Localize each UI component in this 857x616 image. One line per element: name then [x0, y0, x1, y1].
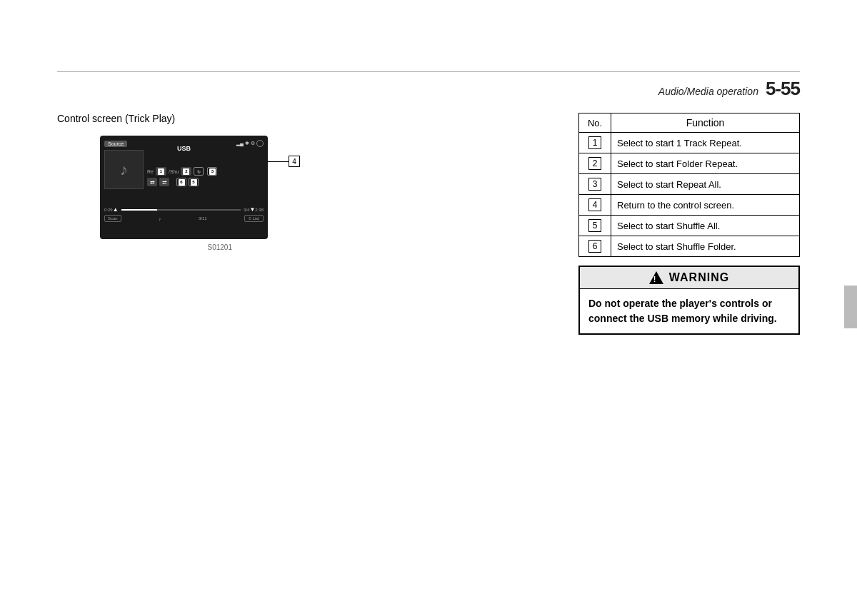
table-cell-no: 3 [579, 174, 611, 195]
callout-line [267, 161, 289, 162]
repeat-label: Re [147, 169, 154, 174]
scrollbar-thumb[interactable] [844, 286, 857, 328]
screen-wrapper: Source USB ▂▄ ✱ ⚙ ♪ [100, 136, 268, 251]
settings-icon: ⚙ [251, 141, 255, 146]
table-row: 5Select to start Shuffle All. [579, 216, 800, 236]
col-header-no: No. [579, 113, 611, 133]
warning-box: WARNING Do not operate the player's cont… [578, 266, 800, 335]
progress-fill [121, 209, 157, 211]
shuffle-icon-2[interactable]: ⇌ [159, 178, 169, 186]
music-note-icon: ♪ [120, 161, 128, 179]
album-art: ♪ [104, 150, 144, 189]
circle-icon [256, 140, 264, 147]
table-cell-desc: Select to start Shuffle All. [611, 216, 800, 236]
usb-screen: Source USB ▂▄ ✱ ⚙ ♪ [100, 136, 268, 239]
table-cell-desc: Select to start Shuffle Folder. [611, 236, 800, 257]
badge-6: 6 [179, 179, 185, 186]
shuffle-5-btn[interactable]: 5 [189, 178, 199, 186]
screen-middle: ♪ Re 1 /Shu 2 [104, 150, 264, 203]
table-cell-no: 2 [579, 153, 611, 174]
table-row: 4Return to the control screen. [579, 195, 800, 216]
table-cell-no: 5 [579, 216, 611, 236]
page-header: Audio/Media operation 5-55 [57, 78, 800, 100]
page-number: 5-55 [766, 78, 800, 100]
callout-4: 4 [267, 156, 300, 167]
table-cell-no: 1 [579, 133, 611, 153]
time-remaining: 2:38 [255, 208, 264, 212]
table-cell-desc: Return to the control screen. [611, 195, 800, 216]
repeat-folder-btn[interactable]: 2 [181, 167, 191, 176]
table-row: 6Select to start Shuffle Folder. [579, 236, 800, 257]
badge-2: 2 [183, 168, 189, 175]
screen-bottom-bar: 0:29 ▲ 3/4 ▼ 2:38 [104, 206, 264, 213]
play-next-icon[interactable]: ▼ [249, 206, 255, 213]
time-elapsed: 0:29 [104, 208, 113, 212]
main-content: Control screen (Trick Play) Source USB ▂… [57, 113, 800, 335]
list-button[interactable]: ≡ List [244, 215, 264, 222]
section-title: Audio/Media operation [658, 86, 758, 97]
repeat-all-btn[interactable]: ↻ [194, 167, 204, 176]
progress-bar [121, 209, 241, 211]
controls-area: Re 1 /Shu 2 ↻ 3 [147, 150, 264, 203]
repeat-all-icon: ↻ [197, 169, 201, 174]
badge-3: 3 [209, 168, 216, 175]
number-box: 3 [588, 178, 601, 191]
music-note-small-icon: ♪ [159, 216, 161, 221]
table-row: 1Select to start 1 Track Repeat. [579, 133, 800, 153]
number-box: 6 [588, 240, 601, 253]
shuffle-row: ⇄ ⇌ 6 5 [147, 178, 264, 186]
track-number: 3/11 [199, 216, 207, 221]
number-box: 1 [588, 136, 601, 149]
badge-1: 1 [158, 168, 164, 175]
source-button[interactable]: Source [104, 141, 127, 147]
right-section: No. Function 1Select to start 1 Track Re… [578, 113, 800, 335]
screen-top-bar: Source USB ▂▄ ✱ ⚙ [104, 140, 264, 147]
usb-screen-inner: Source USB ▂▄ ✱ ⚙ ♪ [104, 140, 264, 235]
top-rule [57, 71, 800, 72]
signal-icon: ▂▄ [236, 141, 244, 146]
track-display: 3/4 [244, 208, 249, 212]
table-cell-desc: Select to start 1 Track Repeat. [611, 133, 800, 153]
scan-row: Scan ♪ 3/11 ≡ List [104, 215, 264, 222]
table-cell-no: 4 [579, 195, 611, 216]
repeat-3-btn[interactable]: 3 [207, 167, 217, 176]
number-box: 4 [588, 198, 601, 211]
list-label: List [253, 216, 259, 221]
badge-5: 5 [191, 179, 197, 186]
function-table: No. Function 1Select to start 1 Track Re… [578, 113, 800, 257]
shuffle-icon-1[interactable]: ⇄ [147, 178, 157, 186]
col-header-function: Function [611, 113, 800, 133]
warning-header: WARNING [580, 267, 798, 289]
table-cell-desc: Select to start Folder Repeat. [611, 153, 800, 174]
repeat-row-1: Re 1 /Shu 2 ↻ 3 [147, 167, 264, 176]
table-cell-desc: Select to start Repeat All. [611, 174, 800, 195]
repeat-1-btn[interactable]: 1 [156, 167, 166, 176]
number-box: 5 [588, 219, 601, 232]
table-row: 3Select to start Repeat All. [579, 174, 800, 195]
play-prev-icon[interactable]: ▲ [113, 206, 119, 213]
number-box: 2 [588, 157, 601, 170]
list-icon: ≡ [249, 216, 251, 221]
bluetooth-icon: ✱ [245, 141, 249, 146]
folder-shuffle-label: /Shu [169, 169, 179, 174]
table-cell-no: 6 [579, 236, 611, 257]
callout-badge-4: 4 [289, 156, 300, 167]
table-row: 2Select to start Folder Repeat. [579, 153, 800, 174]
warning-text: Do not operate the player's controls or … [588, 298, 777, 324]
shuffle-6-btn[interactable]: 6 [176, 178, 186, 186]
warning-triangle-icon [649, 271, 663, 284]
progress-area [121, 209, 241, 211]
image-reference: S01201 [100, 243, 232, 251]
warning-body: Do not operate the player's controls or … [580, 289, 798, 333]
scan-button[interactable]: Scan [104, 215, 121, 222]
left-section: Control screen (Trick Play) Source USB ▂… [57, 113, 557, 252]
control-screen-title: Control screen (Trick Play) [57, 113, 557, 124]
warning-title: WARNING [669, 271, 729, 284]
status-icons: ▂▄ ✱ ⚙ [236, 140, 264, 147]
